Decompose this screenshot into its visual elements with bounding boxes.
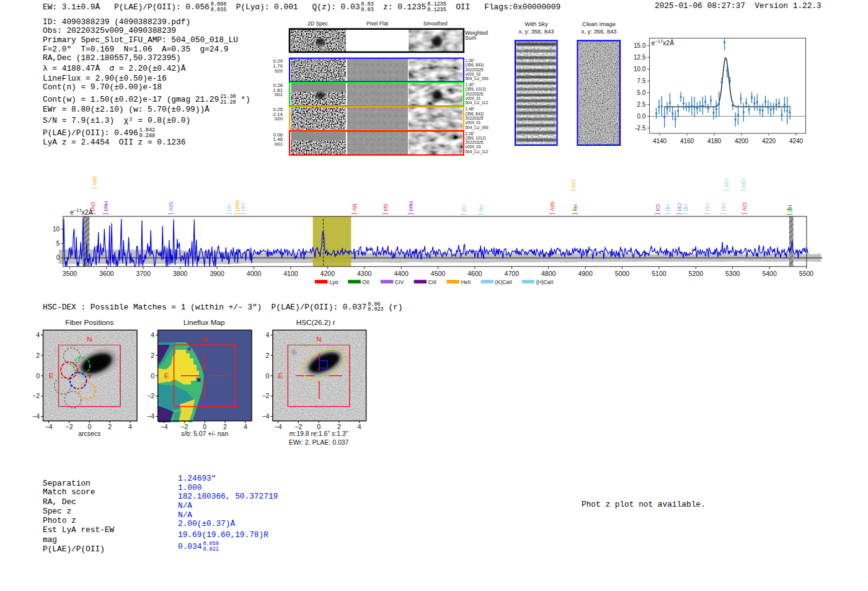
svg-text:Hβ {: Hβ {	[787, 205, 793, 215]
svg-text:4300: 4300	[357, 270, 372, 277]
svg-text:e−17x2Å: e−17x2Å	[652, 38, 675, 47]
svg-text:2: 2	[266, 352, 270, 359]
svg-text:Hβ {: Hβ {	[683, 204, 689, 215]
svg-text:m:19.8 re:1.6" s:1.3": m:19.8 re:1.6" s:1.3"	[290, 430, 348, 437]
svg-text:5500: 5500	[799, 270, 814, 277]
svg-text:2.5: 2.5	[637, 101, 646, 108]
svg-text:4180: 4180	[707, 138, 722, 144]
svg-text:5.0: 5.0	[637, 89, 646, 96]
svg-text:SiIV {: SiIV {	[168, 201, 174, 215]
svg-text:4800: 4800	[541, 270, 556, 277]
svg-text:OIII {: OIII {	[720, 202, 727, 215]
svg-text:4700: 4700	[505, 270, 520, 277]
svg-text:4140: 4140	[653, 138, 667, 144]
svg-text:SiIV {: SiIV {	[549, 201, 556, 215]
svg-text:s/b: 5.07 +/- nan: s/b: 5.07 +/- nan	[181, 430, 228, 437]
svg-text:E: E	[49, 372, 54, 380]
svg-text:−4: −4	[45, 423, 53, 430]
svg-text:(H)CaII: (H)CaII	[536, 279, 554, 285]
svg-text:CII {: CII {	[655, 204, 661, 215]
svg-text:−2: −2	[66, 423, 73, 430]
svg-text:Lineflux Map: Lineflux Map	[184, 318, 225, 327]
svg-text:4500: 4500	[431, 270, 446, 277]
svg-text:E: E	[278, 372, 283, 380]
svg-text:−4: −4	[147, 412, 154, 420]
svg-text:4400: 4400	[394, 270, 409, 277]
svg-text:OIII {: OIII {	[724, 179, 730, 191]
svg-text:5300: 5300	[725, 270, 740, 277]
svg-text:OII: OII	[362, 279, 369, 285]
svg-text:3700: 3700	[136, 270, 151, 277]
svg-text:CIV: CIV	[395, 279, 404, 285]
svg-text:CIII: CIII	[428, 279, 436, 285]
svg-text:5200: 5200	[689, 270, 704, 277]
svg-text:4100: 4100	[283, 270, 298, 277]
svg-text:4: 4	[151, 331, 154, 339]
svg-text:SiIV {: SiIV {	[92, 176, 98, 189]
svg-text:2: 2	[108, 423, 112, 430]
svg-text:N: N	[87, 335, 92, 343]
svg-text:5000: 5000	[615, 270, 630, 277]
svg-text:4: 4	[266, 331, 270, 339]
svg-text:OIII {: OIII {	[740, 179, 746, 191]
svg-text:e−17x2Å: e−17x2Å	[70, 208, 93, 216]
svg-text:5400: 5400	[762, 270, 777, 277]
svg-text:4900: 4900	[578, 270, 593, 277]
svg-text:4220: 4220	[762, 138, 776, 144]
svg-text:−4: −4	[32, 412, 40, 420]
svg-text:Hγ {: Hγ {	[572, 205, 578, 215]
svg-text:CIII {: CIII {	[570, 179, 577, 191]
svg-text:OII {: OII {	[226, 204, 232, 215]
svg-text:EWr: 2. PLAE: 0.037: EWr: 2. PLAE: 0.037	[289, 438, 349, 446]
svg-text:-2.5: -2.5	[635, 125, 646, 131]
svg-text:4: 4	[358, 423, 361, 430]
svg-text:3600: 3600	[99, 270, 114, 277]
svg-text:0: 0	[266, 372, 270, 380]
svg-text:HeII {: HeII {	[408, 201, 414, 215]
svg-text:4600: 4600	[467, 270, 482, 277]
svg-text:4200: 4200	[321, 270, 335, 277]
svg-text:CIII {: CIII {	[676, 203, 683, 215]
svg-text:NV {: NV {	[352, 203, 358, 215]
svg-text:(K)CaII: (K)CaII	[495, 279, 512, 285]
svg-text:−2: −2	[32, 392, 40, 399]
svg-text:4: 4	[244, 423, 247, 430]
svg-text:−2: −2	[147, 392, 154, 399]
svg-text:OIII {: OIII {	[240, 202, 246, 215]
svg-text:Hδ {: Hδ {	[461, 205, 467, 215]
svg-text:Fiber Positions: Fiber Positions	[65, 318, 113, 327]
svg-text:Lyα: Lyα	[330, 279, 339, 285]
svg-text:N: N	[316, 335, 321, 343]
svg-text:3500: 3500	[63, 270, 78, 277]
svg-text:HeII: HeII	[461, 279, 471, 285]
svg-text:10: 10	[53, 226, 60, 233]
svg-text:E: E	[164, 372, 169, 380]
svg-text:4: 4	[128, 423, 132, 430]
svg-text:0: 0	[36, 372, 40, 380]
svg-text:12.5: 12.5	[634, 54, 646, 61]
svg-text:4200: 4200	[735, 138, 749, 144]
svg-text:3900: 3900	[210, 270, 224, 277]
svg-text:0: 0	[151, 372, 154, 380]
svg-text:Hγ {: Hγ {	[478, 205, 484, 215]
svg-text:5100: 5100	[652, 270, 666, 277]
svg-text:4000: 4000	[247, 270, 262, 277]
svg-text:−2: −2	[262, 392, 269, 399]
svg-text:2: 2	[36, 352, 40, 359]
svg-text:15.0: 15.0	[634, 42, 646, 49]
svg-text:arcsecs: arcsecs	[78, 430, 100, 437]
svg-text:SiII {: SiII {	[383, 203, 389, 215]
svg-text:HSC(26.2) r: HSC(26.2) r	[296, 318, 335, 327]
svg-text:0.0: 0.0	[637, 113, 646, 120]
svg-text:5: 5	[56, 240, 60, 247]
svg-text:NaD {: NaD {	[234, 200, 241, 215]
svg-text:2: 2	[151, 352, 154, 359]
svg-text:HeII {: HeII {	[103, 201, 109, 215]
svg-text:Hβ {: Hβ {	[665, 204, 671, 215]
svg-text:OIII {: OIII {	[704, 202, 711, 215]
svg-text:−4: −4	[262, 412, 269, 420]
svg-text:3800: 3800	[173, 270, 188, 277]
svg-text:4160: 4160	[680, 138, 694, 144]
svg-text:CIV {: CIV {	[742, 202, 748, 215]
svg-text:10.0: 10.0	[634, 66, 646, 73]
